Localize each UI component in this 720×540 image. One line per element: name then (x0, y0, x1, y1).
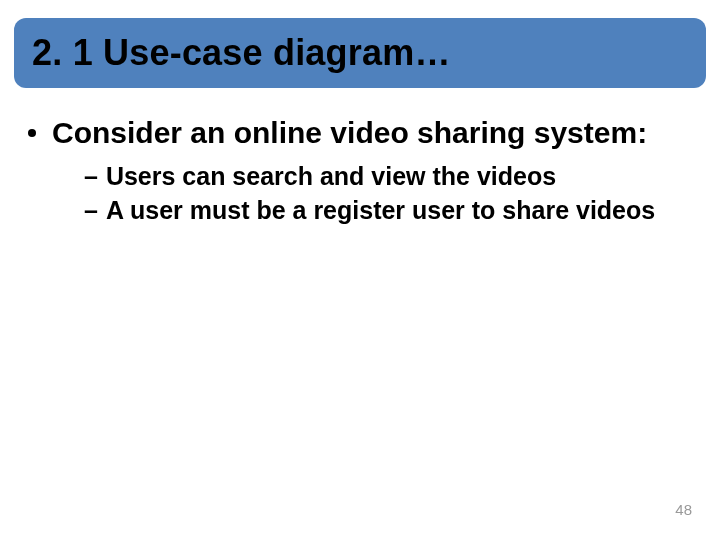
bullet-dash-icon: – (84, 194, 98, 227)
bullet-dash-icon: – (84, 160, 98, 193)
bullet-level1-text: Consider an online video sharing system: (52, 114, 647, 152)
bullet-level2: – A user must be a register user to shar… (84, 194, 692, 227)
bullet-dot-icon (28, 129, 36, 137)
slide-title-bar: 2. 1 Use-case diagram… (14, 18, 706, 88)
bullet-level2: – Users can search and view the videos (84, 160, 692, 193)
bullet-level2-text: Users can search and view the videos (106, 160, 556, 193)
page-number: 48 (675, 501, 692, 518)
slide-body: Consider an online video sharing system:… (28, 108, 692, 227)
bullet-level1: Consider an online video sharing system: (28, 114, 692, 152)
bullet-level2-text: A user must be a register user to share … (106, 194, 655, 227)
slide-title: 2. 1 Use-case diagram… (32, 32, 451, 74)
